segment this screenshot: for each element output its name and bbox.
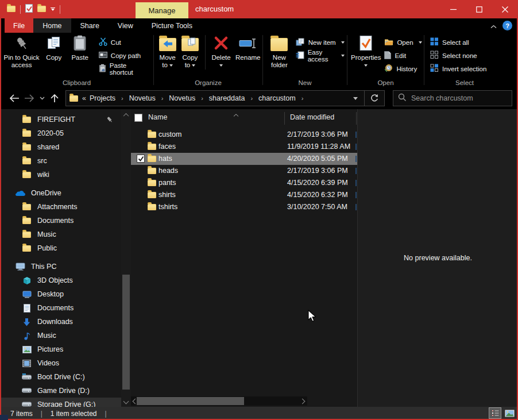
minimize-button[interactable] xyxy=(440,0,466,18)
properties-button[interactable]: Properties xyxy=(351,33,381,69)
file-row[interactable]: tshirts3/10/2020 7:50 AM xyxy=(131,201,357,213)
sidebar-item-src[interactable]: src xyxy=(0,154,121,168)
scroll-up-icon[interactable] xyxy=(121,110,131,120)
tab-view[interactable]: View xyxy=(109,18,142,33)
sidebar-item-pictures[interactable]: Pictures xyxy=(0,342,121,356)
sidebar-item-shared[interactable]: shared xyxy=(0,140,121,154)
sidebar-item-videos[interactable]: Videos xyxy=(0,356,121,370)
details-view-button[interactable] xyxy=(489,407,501,419)
close-button[interactable] xyxy=(492,0,518,18)
qat-properties-icon[interactable] xyxy=(25,4,33,15)
taskbar-corner xyxy=(0,415,8,420)
file-row[interactable]: custom2/17/2019 3:06 PM xyxy=(131,129,357,141)
move-to-button[interactable]: Move to xyxy=(156,33,179,69)
file-row[interactable]: faces11/9/2019 11:28 AM xyxy=(131,141,357,153)
tab-file[interactable]: File xyxy=(5,18,33,33)
copy-button[interactable]: Copy xyxy=(41,33,67,61)
forward-button[interactable] xyxy=(22,91,37,106)
sidebar-item-boot-drive-c[interactable]: Boot Drive (C:) xyxy=(0,370,121,384)
help-icon[interactable] xyxy=(502,21,512,30)
sidebar-item-game-drive-d[interactable]: Game Drive (D:) xyxy=(0,384,121,398)
sidebar-item-documents-onedrive[interactable]: Documents xyxy=(0,214,121,228)
invert-selection-button[interactable]: Invert selection xyxy=(428,62,489,75)
refresh-icon[interactable] xyxy=(365,91,384,106)
sidebar-scrollbar-thumb[interactable] xyxy=(122,275,130,390)
sidebar-item-2020-05[interactable]: 2020-05 xyxy=(0,126,121,140)
recent-locations-icon[interactable] xyxy=(37,91,47,106)
pin-to-quick-access-button[interactable]: Pin to Quick access xyxy=(2,33,41,69)
horizontal-scrollbar-thumb[interactable] xyxy=(137,397,244,405)
breadcrumb-item[interactable]: Novetus xyxy=(128,94,157,102)
column-divider[interactable] xyxy=(284,112,285,125)
file-row[interactable]: pants4/15/2020 6:39 PM xyxy=(131,177,357,189)
breadcrumb-item[interactable]: shareddata xyxy=(208,94,246,102)
qat-folder-icon-2[interactable] xyxy=(37,4,46,14)
new-item-button[interactable]: New item xyxy=(293,36,347,49)
file-row[interactable]: shirts4/15/2020 6:32 PM xyxy=(131,189,357,201)
copy-to-button[interactable]: Copy to xyxy=(179,33,201,69)
select-all-icon xyxy=(430,37,439,47)
tab-home[interactable]: Home xyxy=(33,18,71,33)
address-bar[interactable]: « Projects › Novetus › Novetus › sharedd… xyxy=(65,90,385,106)
breadcrumb-item[interactable]: charcustom xyxy=(257,94,297,102)
sidebar-item-wiki[interactable]: wiki xyxy=(0,168,121,182)
collapse-ribbon-icon[interactable] xyxy=(490,21,497,31)
sidebar-item-public[interactable]: Public xyxy=(0,241,121,255)
breadcrumb-item[interactable]: Novetus xyxy=(168,94,196,102)
thumbnails-view-button[interactable] xyxy=(503,407,516,419)
rename-button[interactable]: Rename xyxy=(234,33,263,61)
column-header-date-modified[interactable]: Date modified xyxy=(290,113,334,121)
select-all-button[interactable]: Select all xyxy=(428,36,489,49)
scroll-right-icon[interactable] xyxy=(298,396,306,406)
sidebar-item-this-pc[interactable]: This PC xyxy=(0,260,121,273)
address-dropdown-icon[interactable] xyxy=(347,91,364,106)
qat-folder-icon[interactable] xyxy=(7,4,16,14)
sidebar-item-documents[interactable]: Documents xyxy=(0,301,121,315)
search-box[interactable] xyxy=(393,90,512,106)
file-row-selected[interactable]: hats4/20/2020 5:05 PM xyxy=(131,153,357,165)
sidebar-item-storage-drive-g[interactable]: Storage Drive (G:) xyxy=(0,398,121,407)
open-button[interactable]: Open xyxy=(382,36,424,49)
paste-shortcut-button[interactable]: Paste shortcut xyxy=(96,62,153,75)
select-all-checkbox[interactable] xyxy=(134,114,142,122)
file-row[interactable]: heads2/17/2019 3:06 PM xyxy=(131,165,357,177)
sidebar-item-attachments[interactable]: Attachments xyxy=(0,200,121,214)
breadcrumb-separator: › xyxy=(157,95,168,102)
search-input[interactable] xyxy=(411,94,507,102)
breadcrumb-item[interactable]: Projects xyxy=(88,94,117,102)
select-none-button[interactable]: Select none xyxy=(428,49,489,62)
edit-button[interactable]: Edit xyxy=(382,49,424,62)
copy-icon xyxy=(47,36,61,53)
tab-share[interactable]: Share xyxy=(71,18,109,33)
sidebar-scrollbar[interactable] xyxy=(121,109,131,407)
column-header-name[interactable]: Name xyxy=(148,113,167,121)
paste-button[interactable]: Paste xyxy=(67,33,92,61)
sidebar-item-desktop[interactable]: Desktop xyxy=(0,287,121,301)
history-button[interactable]: History xyxy=(382,62,424,75)
delete-button[interactable]: Delete xyxy=(209,33,234,69)
horizontal-scrollbar[interactable] xyxy=(131,396,307,406)
new-folder-button[interactable]: New folder xyxy=(266,33,292,69)
main-area: FIREFIGHT 2020-05 shared src wiki OneDri… xyxy=(0,109,518,407)
ribbon-contextual-tab-manage[interactable]: Manage xyxy=(136,2,188,18)
tab-picture-tools[interactable]: Picture Tools xyxy=(142,18,202,33)
row-checkbox-checked[interactable] xyxy=(137,155,145,163)
column-divider[interactable] xyxy=(356,112,357,125)
sidebar-item-3d-objects[interactable]: 3D Objects xyxy=(0,273,121,287)
documents-icon xyxy=(188,37,196,49)
sidebar-item-music[interactable]: Music xyxy=(0,329,121,342)
ribbon-group-open: Properties Open Edit History xyxy=(347,33,424,87)
up-button[interactable] xyxy=(47,91,62,106)
sidebar-item-downloads[interactable]: Downloads xyxy=(0,315,121,329)
copy-path-button[interactable]: Copy path xyxy=(96,49,153,62)
easy-access-button[interactable]: Easy access xyxy=(293,49,347,62)
sidebar-item-firefight[interactable]: FIREFIGHT xyxy=(0,113,121,126)
drive-icon xyxy=(21,402,32,407)
scroll-down-icon[interactable] xyxy=(121,396,131,406)
maximize-button[interactable] xyxy=(466,0,492,18)
back-button[interactable] xyxy=(7,91,22,106)
sidebar-item-onedrive[interactable]: OneDrive xyxy=(0,186,121,200)
qat-customize-caret-icon[interactable] xyxy=(51,7,55,11)
sidebar-item-music-onedrive[interactable]: Music xyxy=(0,228,121,241)
cut-button[interactable]: Cut xyxy=(96,36,153,49)
